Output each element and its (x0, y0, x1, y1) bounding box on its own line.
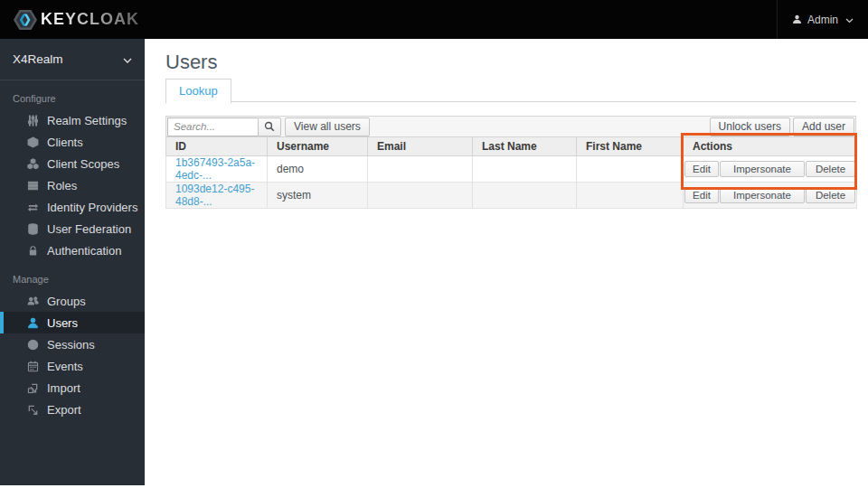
table-row: 1093de12-c495-48d8-... system Edit Imper… (166, 183, 857, 209)
calendar-icon (27, 361, 39, 372)
topbar: KEYCLOAK Admin (0, 0, 868, 39)
database-icon (27, 223, 39, 235)
main-content: Users Lookup View all users Unlock users… (145, 39, 868, 488)
clock-icon (27, 339, 39, 351)
sidebar-item-user-federation[interactable]: User Federation (0, 218, 145, 239)
add-user-button[interactable]: Add user (793, 117, 854, 136)
sidebar-item-label: Authentication (47, 244, 121, 258)
sidebar-item-label: Realm Settings (47, 114, 127, 127)
cubes-icon (27, 158, 39, 170)
user-icon (792, 14, 802, 24)
users-group-icon (27, 296, 39, 307)
sidebar-item-label: Events (47, 360, 83, 373)
edit-button[interactable]: Edit (684, 187, 719, 203)
sidebar-item-label: Sessions (47, 338, 95, 352)
column-header-username: Username (268, 137, 368, 156)
column-header-last-name: Last Name (473, 137, 577, 156)
page-title: Users (165, 51, 856, 74)
import-icon (27, 382, 39, 394)
column-header-actions: Actions (684, 137, 857, 156)
keycloak-wordmark: KEYCLOAK (41, 10, 139, 29)
lock-icon (27, 245, 39, 257)
keycloak-hexagon-icon (14, 8, 37, 32)
sliders-icon (27, 115, 39, 127)
username-cell: system (268, 183, 368, 209)
table-header-row: ID Username Email Last Name First Name A… (166, 137, 857, 156)
view-all-users-button[interactable]: View all users (285, 117, 370, 136)
last-name-cell (473, 183, 577, 209)
sidebar-item-label: Export (47, 403, 81, 417)
export-icon (27, 404, 39, 416)
row-actions: Edit Impersonate Delete (684, 161, 855, 177)
exchange-arrows-icon (27, 202, 39, 213)
roles-icon (27, 180, 39, 192)
sidebar-item-label: Identity Providers (47, 201, 137, 214)
user-id-link[interactable]: 1093de12-c495-48d8-... (175, 183, 254, 208)
sidebar-item-label: User Federation (47, 222, 131, 236)
sidebar-item-groups[interactable]: Groups (0, 290, 145, 312)
section-label-manage: Manage (0, 261, 145, 290)
sidebar-item-authentication[interactable]: Authentication (0, 239, 145, 261)
sidebar-item-label: Client Scopes (47, 157, 119, 171)
realm-name: X4Realm (13, 52, 63, 66)
search-input[interactable] (167, 117, 258, 136)
realm-selector[interactable]: X4Realm (0, 39, 145, 80)
search-icon (264, 121, 275, 132)
first-name-cell (577, 156, 684, 183)
sidebar-item-sessions[interactable]: Sessions (0, 333, 145, 355)
tab-bar: Lookup (165, 78, 856, 102)
column-header-first-name: First Name (577, 137, 684, 156)
sidebar-item-events[interactable]: Events (0, 355, 145, 377)
sidebar-item-label: Clients (47, 136, 83, 149)
tab-lookup[interactable]: Lookup (165, 79, 231, 104)
impersonate-button[interactable]: Impersonate (720, 187, 805, 203)
cube-icon (27, 136, 39, 148)
last-name-cell (473, 156, 577, 183)
column-header-email: Email (368, 137, 473, 156)
section-label-configure: Configure (0, 80, 145, 109)
keycloak-logo[interactable]: KEYCLOAK (0, 8, 139, 32)
users-table: ID Username Email Last Name First Name A… (165, 136, 857, 209)
table-row: 1b367493-2a5a-4edc-... demo Edit Imperso… (166, 156, 857, 183)
edit-button[interactable]: Edit (684, 161, 719, 177)
sidebar-item-label: Groups (47, 295, 86, 308)
sidebar-item-label: Users (47, 316, 78, 330)
chevron-down-icon (845, 14, 854, 26)
admin-label: Admin (807, 14, 838, 26)
search-button[interactable] (258, 117, 281, 136)
chevron-down-icon (123, 52, 132, 68)
sidebar-item-realm-settings[interactable]: Realm Settings (0, 109, 145, 131)
sidebar-item-users[interactable]: Users (0, 312, 145, 333)
sidebar-item-label: Roles (47, 179, 77, 192)
sidebar-item-label: Import (47, 381, 80, 395)
sidebar-item-roles[interactable]: Roles (0, 174, 145, 196)
email-cell (368, 156, 473, 183)
sidebar-item-import[interactable]: Import (0, 377, 145, 399)
sidebar-item-export[interactable]: Export (0, 399, 145, 420)
delete-button[interactable]: Delete (806, 187, 855, 203)
row-actions: Edit Impersonate Delete (684, 187, 855, 203)
user-id-link[interactable]: 1b367493-2a5a-4edc-... (175, 156, 255, 182)
sidebar-item-client-scopes[interactable]: Client Scopes (0, 153, 145, 174)
email-cell (368, 183, 473, 209)
sidebar-item-clients[interactable]: Clients (0, 131, 145, 153)
column-header-id: ID (166, 137, 268, 156)
sidebar-item-identity-providers[interactable]: Identity Providers (0, 196, 145, 218)
table-toolbar: View all users Unlock users Add user (165, 116, 856, 136)
unlock-users-button[interactable]: Unlock users (710, 117, 790, 136)
delete-button[interactable]: Delete (806, 161, 855, 177)
sidebar: X4Realm Configure Realm Settings Clients (0, 39, 145, 485)
username-cell: demo (268, 156, 368, 183)
first-name-cell (577, 183, 684, 209)
user-icon (27, 317, 39, 329)
impersonate-button[interactable]: Impersonate (720, 161, 805, 177)
admin-user-menu[interactable]: Admin (777, 0, 868, 39)
